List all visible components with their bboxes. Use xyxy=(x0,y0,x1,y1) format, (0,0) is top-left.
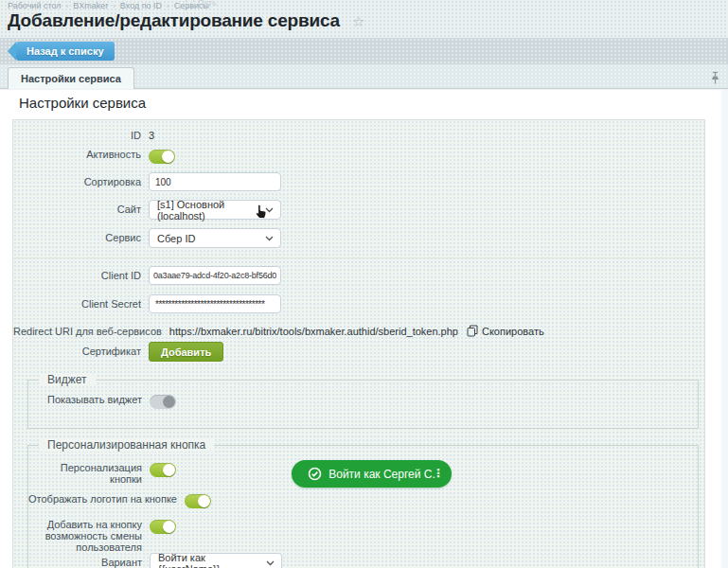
id-label: ID xyxy=(13,126,149,141)
site-select[interactable]: [s1] Основной (localhost) xyxy=(149,200,281,220)
sber-login-preview-button[interactable]: Войти как Сергей С. ⋮ xyxy=(292,460,452,488)
activity-toggle[interactable] xyxy=(149,150,175,164)
back-to-list-button[interactable]: Назад к списку xyxy=(16,42,115,61)
form-row-site: Сайт [s1] Основной (localhost) xyxy=(13,200,704,220)
page-header: Рабочий стол›BXmaker›Вход по ID›Сервисы … xyxy=(0,0,728,38)
form-row-client-secret: Client Secret xyxy=(13,294,704,313)
client-id-label: Client ID xyxy=(13,266,149,281)
chevron-down-icon xyxy=(266,560,275,566)
copy-path-button[interactable]: Путь xyxy=(186,0,217,8)
id-value: 3 xyxy=(149,126,154,141)
site-select-value: [s1] Основной (localhost) xyxy=(157,199,259,222)
sber-logo-icon xyxy=(308,467,322,481)
form-row-client-id: Client ID xyxy=(13,266,704,285)
breadcrumb-item-bxmaker[interactable]: BXmaker xyxy=(73,1,108,10)
path-label: Путь xyxy=(198,0,217,8)
form-row-show-logo: Отображать логотип на кнопке xyxy=(28,492,698,508)
text-variant-select-value: Войти как {{userName}} xyxy=(158,552,260,568)
personalization-toggle[interactable] xyxy=(150,463,176,477)
show-logo-label: Отображать логотип на кнопке xyxy=(28,492,185,505)
sort-input[interactable] xyxy=(149,172,281,191)
sber-preview-label: Войти как Сергей С. xyxy=(328,468,435,481)
form-row-show-widget: Показывать виджет xyxy=(28,393,698,409)
breadcrumb-separator: › xyxy=(113,2,115,10)
section-heading: Настройки сервиса xyxy=(19,95,146,111)
settings-form: ID 3 Активность Сортировка Сайт [s1] Осн… xyxy=(12,119,705,568)
client-secret-input[interactable] xyxy=(149,294,281,313)
certificate-add-button[interactable]: Добавить xyxy=(149,342,223,362)
breadcrumb-item-login-by-id[interactable]: Вход по ID xyxy=(120,1,162,10)
pin-icon[interactable] xyxy=(710,71,720,88)
certificate-label: Сертификат xyxy=(13,342,149,357)
copy-label: Скопировать xyxy=(482,326,544,337)
service-label: Сервис xyxy=(13,228,149,243)
breadcrumb: Рабочий стол›BXmaker›Вход по ID›Сервисы xyxy=(8,1,209,10)
form-row-sort: Сортировка xyxy=(13,172,704,191)
client-secret-label: Client Secret xyxy=(13,294,149,310)
text-variant-label: Вариант отображаемого текста на кнопке xyxy=(28,553,150,568)
service-select[interactable]: Сбер ID xyxy=(149,228,281,248)
page: Рабочий стол›BXmaker›Вход по ID›Сервисы … xyxy=(0,0,728,568)
form-divider xyxy=(13,257,704,258)
show-widget-toggle[interactable] xyxy=(150,395,176,409)
personalization-label: Персонализация кнопки xyxy=(28,461,150,485)
breadcrumb-separator: › xyxy=(167,2,169,10)
chevron-down-icon xyxy=(265,236,274,241)
personalized-button-section: Персонализированная кнопка Персонализаци… xyxy=(27,445,699,568)
toolbar: Назад к списку xyxy=(0,38,728,64)
right-edge-strip xyxy=(721,90,728,568)
client-id-input[interactable] xyxy=(149,266,281,285)
kebab-menu-icon[interactable]: ⋮ xyxy=(433,467,444,481)
redirect-uri-value: https://bxmaker.ru/bitrix/tools/bxmaker.… xyxy=(169,326,458,337)
tab-service-settings[interactable]: Настройки сервиса xyxy=(8,67,134,89)
redirect-uri-label: Redirect URI для веб-сервисов xyxy=(13,322,169,337)
copy-icon xyxy=(467,325,478,337)
widget-section: Виджет Показывать виджет xyxy=(27,380,699,429)
form-row-activity: Активность xyxy=(13,148,704,164)
allow-change-user-toggle[interactable] xyxy=(150,520,176,534)
personalized-button-legend: Персонализированная кнопка xyxy=(39,439,214,452)
form-row-id: ID 3 xyxy=(13,126,704,141)
form-row-redirect-uri: Redirect URI для веб-сервисов https://bx… xyxy=(13,322,704,337)
tab-strip: Настройки сервиса xyxy=(0,64,728,89)
form-row-allow-change-user: Добавить на кнопку возможность смены пол… xyxy=(28,518,698,553)
widget-section-legend: Виджет xyxy=(39,374,96,386)
form-row-certificate: Сертификат Добавить xyxy=(13,342,704,362)
site-label: Сайт xyxy=(13,200,149,215)
show-widget-label: Показывать виджет xyxy=(28,393,150,405)
activity-label: Активность xyxy=(13,148,149,160)
breadcrumb-item-desktop[interactable]: Рабочий стол xyxy=(8,1,62,10)
text-variant-select[interactable]: Войти как {{userName}} xyxy=(150,553,282,568)
form-row-text-variant: Вариант отображаемого текста на кнопке В… xyxy=(28,553,698,568)
mouse-hand-cursor xyxy=(255,204,268,220)
main-content: Настройки сервиса ID 3 Активность Сортир… xyxy=(0,89,728,568)
form-row-service: Сервис Сбер ID xyxy=(13,228,704,248)
path-icon xyxy=(186,0,194,8)
page-title: Добавление/редактирование сервиса xyxy=(8,10,340,31)
service-select-value: Сбер ID xyxy=(157,233,195,244)
show-logo-toggle[interactable] xyxy=(185,494,211,508)
copy-button[interactable]: Скопировать xyxy=(467,325,544,337)
favorite-star-icon[interactable]: ☆ xyxy=(352,14,364,28)
allow-change-user-label: Добавить на кнопку возможность смены пол… xyxy=(28,518,150,553)
breadcrumb-separator: › xyxy=(66,2,69,10)
sort-label: Сортировка xyxy=(13,172,149,187)
